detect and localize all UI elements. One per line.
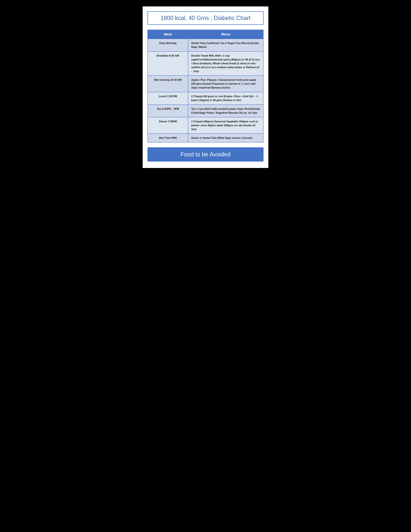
table-row: Bed Time 9PMGreen or herbal Teal 200ml S… [148,134,263,142]
meal-cell: Mid morning 10:30 AM [148,76,188,92]
footer-box: Food to be Avoided [148,147,263,162]
footer-text: Food to be Avoided [180,151,231,158]
meal-cell: Tea 3:30PM – 4PM [148,105,188,117]
menu-cell: Herbal Tea1 Cup/Green Tea 2 Sugar Free B… [188,39,263,51]
table-row: Breakfast 8:30 AMDouble Toned Milk 200m-… [148,51,263,76]
meal-cell: Breakfast 8:30 AM [148,51,188,76]
meal-cell: Bed Time 9PM [148,134,188,142]
menu-cell: Double Toned Milk 200m- 1 cup sago/Cornf… [188,51,263,76]
table-row: Dinner 7:30PM2 Chapati (40gms) Seasonal … [148,117,263,134]
meal-table: Meal Menu Early MorningHerbal Tea1 Cup/G… [148,30,263,142]
col-header-menu: Menu [188,30,263,39]
menu-cell: Green or herbal Teal 200ml Sago snacks /… [188,134,263,142]
menu-cell: 2 Chapati (60 gms) or rice 60 gms / Rice… [188,92,263,105]
table-row: Lunch 1:30 PM2 Chapati (60 gms) or rice … [148,92,263,105]
table-row: Early MorningHerbal Tea1 Cup/Green Tea 2… [148,39,263,51]
table-row: Mid morning 10:30 AMApple / Pear /Papaya… [148,76,263,92]
page-title: 1800 kcal, 40 Gms , Diabetic Chart [160,15,251,21]
col-header-meal: Meal [148,30,188,39]
menu-cell: Apple / Pear /Papaya / Guava/Jamun fresh… [188,76,263,92]
table-row: Tea 3:30PM – 4PMTea 1 cup (15ml milk) in… [148,105,263,117]
meal-cell: Lunch 1:30 PM [148,92,188,105]
menu-cell: Tea 1 cup (15ml milk) insalted potato ch… [188,105,263,117]
meal-cell: Dinner 7:30PM [148,117,188,134]
page-container: 1800 kcal, 40 Gms , Diabetic Chart Meal … [143,6,268,168]
meal-cell: Early Morning [148,39,188,51]
title-box: 1800 kcal, 40 Gms , Diabetic Chart [148,11,263,25]
menu-cell: 2 Chapati (40gms) Seasonal Vegetable 100… [188,117,263,134]
